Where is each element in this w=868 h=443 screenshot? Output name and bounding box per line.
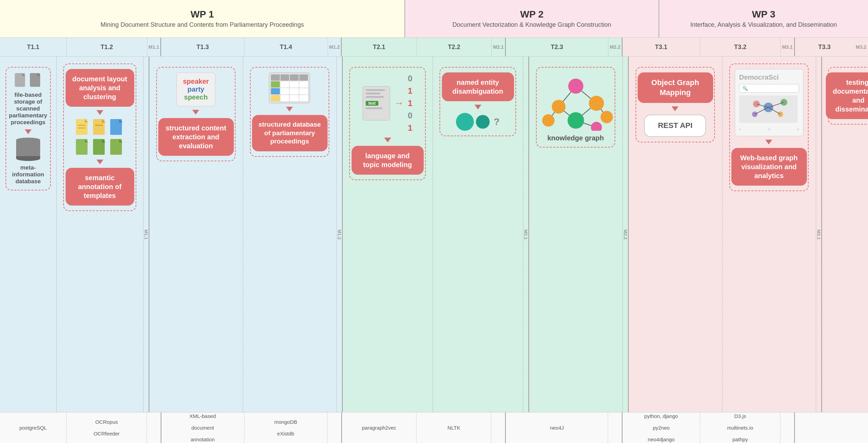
col-m11: M1.1 — [144, 57, 149, 412]
blob-2 — [476, 115, 490, 129]
t31-dashed: Object Graph Mapping REST API — [636, 67, 715, 142]
ann-speech: speech — [183, 93, 209, 101]
arrow-down-t32 — [765, 140, 772, 144]
col-t23: knowledge graph — [529, 57, 623, 412]
col-t22: named entity disambiguation ? — [433, 57, 523, 412]
meta-db-label: meta-information database — [11, 164, 45, 185]
named-entity-box: named entity disambiguation — [442, 72, 514, 101]
vectorization-visual: text → 0 1 1 0 1 — [363, 72, 412, 134]
diagram-container: WP 1 Mining Document Structure and Conte… — [0, 0, 868, 443]
tech-t23: neo4J — [506, 412, 608, 443]
t14-dashed: structured database of parliamentary pro… — [250, 67, 330, 157]
svg-point-28 — [589, 96, 604, 111]
vec-numbers: 0 1 1 0 1 — [408, 72, 412, 134]
task-row: T1.1 T1.2 M1.1 T1.3 T1.4 M1.2 T2.1 T2.2 … — [0, 38, 868, 57]
tech-m11 — [147, 412, 161, 443]
m11-label: M1.1 — [144, 230, 149, 240]
task-t33: T3.3 — [795, 38, 854, 56]
wp2-header: WP 2 Document Vectorization & Knowledge … — [405, 0, 659, 37]
svg-point-29 — [568, 112, 584, 129]
wp3-subtitle: Interface, Analysis & Visualization, and… — [690, 21, 837, 28]
db-icon — [16, 138, 40, 161]
table-icon — [269, 72, 310, 103]
tech-t11: postgreSQL — [0, 412, 67, 443]
democrasci-search[interactable]: 🔍 — [739, 84, 799, 93]
annotation-labels: speaker party speech — [176, 72, 216, 106]
file-storage-dashed: file-based storage of scanned parliament… — [5, 67, 51, 190]
milestone-m31: M3.1 — [781, 38, 795, 56]
col-m22: M2.2 — [623, 57, 629, 412]
democrasci-title: DemocraSci — [739, 73, 799, 81]
wp2-subtitle: Document Vectorization & Knowledge Graph… — [453, 21, 611, 28]
task-t14: T1.4 — [244, 38, 328, 56]
task-t23: T2.3 — [506, 38, 608, 56]
col-m21: M2.1 — [523, 57, 529, 412]
tech-t31: python, django py2neo neo4django — [623, 412, 700, 443]
rest-api-box: REST API — [644, 115, 706, 137]
col-t11: file-based storage of scanned parliament… — [0, 57, 57, 412]
arrow-down-t13 — [192, 110, 199, 115]
tech-m21 — [491, 412, 506, 443]
question-mark: ? — [494, 116, 500, 127]
task-t22: T2.2 — [417, 38, 492, 56]
col-t14: structured database of parliamentary pro… — [243, 57, 337, 412]
task-t32: T3.2 — [700, 38, 781, 56]
wp1-title: WP 1 — [191, 9, 214, 20]
tech-t12: OCRopus OCRfeeder — [67, 412, 147, 443]
col-m12: M1.2 — [337, 57, 343, 412]
tech-m22 — [608, 412, 623, 443]
milestone-m22: M2.2 — [608, 38, 623, 56]
task-t21: T2.1 — [342, 38, 416, 56]
milestone-m12: M1.2 — [328, 38, 342, 56]
blob-1 — [456, 113, 474, 131]
file-blue — [110, 118, 125, 136]
arrow-down-1 — [96, 110, 103, 115]
task-t12: T1.2 — [67, 38, 147, 56]
tech-m12 — [328, 412, 342, 443]
col-t32: DemocraSci 🔍 — [722, 57, 816, 412]
doc-layout-box: document layout analysis and clustering — [66, 69, 134, 107]
svg-point-31 — [601, 111, 613, 123]
t22-dashed: named entity disambiguation ? — [439, 67, 516, 136]
language-topic-box: language and topic modeling — [352, 146, 424, 175]
wp3-header: WP 3 Interface, Analysis & Visualization… — [659, 0, 868, 37]
task-t31: T3.1 — [623, 38, 700, 56]
structured-db-box: structured database of parliamentary pro… — [252, 115, 328, 151]
doc-visual: text — [363, 86, 390, 120]
milestone-m21: M2.1 — [492, 38, 506, 56]
semantic-annotation-box: semantic annotation of templates — [66, 168, 134, 206]
file-icon-1 — [14, 72, 27, 88]
m12-label: M1.2 — [337, 230, 342, 240]
object-graph-box: Object Graph Mapping — [638, 72, 713, 103]
web-graph-box: Web-based graph visualization and analyt… — [731, 148, 807, 186]
tech-t14: mongoDB eXistdb — [244, 412, 328, 443]
ann-party: party — [183, 85, 209, 93]
m21-label: M2.1 — [523, 230, 528, 240]
knowledge-graph-label: knowledge graph — [547, 134, 604, 142]
tech-t22: NLTK — [416, 412, 491, 443]
file-green-2 — [92, 138, 107, 156]
milestone-m11: M1.1 — [147, 38, 161, 56]
vec-arrow: → — [394, 98, 404, 109]
democrasci-graph — [739, 95, 798, 123]
file-yellow-2 — [92, 118, 107, 136]
m22-label: M2.2 — [623, 230, 628, 240]
wp2-title: WP 2 — [520, 9, 544, 20]
arrow-to-db — [25, 129, 32, 134]
file-icon-2 — [29, 72, 42, 88]
col-t33: testing, documentation, and disseminatio… — [822, 57, 868, 412]
t21-dashed: text → 0 1 1 0 1 language — [349, 67, 426, 180]
main-area: file-based storage of scanned parliament… — [0, 57, 868, 412]
tech-t33 — [795, 412, 868, 443]
file-storage-label: file-based storage of scanned parliament… — [9, 92, 47, 126]
knowledge-graph-svg — [538, 72, 614, 131]
arrow-down-t22 — [475, 105, 481, 109]
testing-box: testing, documentation, and disseminatio… — [826, 72, 868, 119]
arrow-down-2 — [96, 160, 103, 164]
t23-dashed: knowledge graph — [536, 67, 616, 148]
file-yellow — [75, 118, 90, 136]
tech-t21: paragraph2vec — [342, 412, 417, 443]
file-icons-group — [14, 72, 42, 88]
structured-content-box: structured content extraction and evalua… — [158, 118, 234, 156]
democrasci-nav: ‹ ○ › — [739, 126, 799, 132]
